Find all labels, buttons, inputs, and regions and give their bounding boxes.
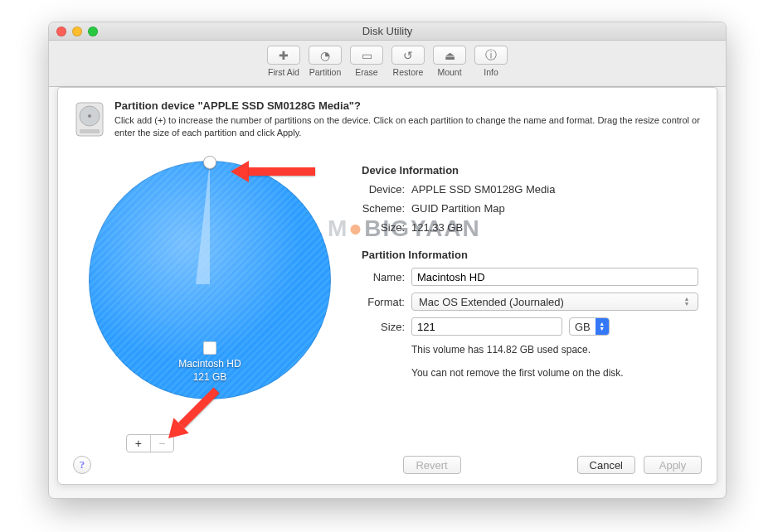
add-partition-button[interactable]: +	[127, 435, 150, 452]
size-unit-select[interactable]: GB ▲▼	[569, 317, 610, 336]
svg-point-2	[88, 114, 91, 118]
erase-label: Erase	[355, 67, 377, 77]
partition-name-label: Name:	[362, 271, 411, 283]
partition-slice-main[interactable]	[89, 161, 331, 399]
partition-size-label: Size:	[362, 321, 411, 333]
partition-name-input[interactable]	[411, 268, 698, 286]
partition-pie-chart[interactable]	[89, 161, 331, 399]
toolbar-group: ✚ First Aid ◔ Partition ▭ Erase ↺ Restor…	[263, 46, 512, 77]
sheet-footer: ? Revert Cancel Apply	[73, 456, 702, 474]
mount-label: Mount	[437, 67, 461, 77]
device-value: APPLE SSD SM0128G Media	[411, 183, 555, 196]
info-button[interactable]: ⓘ	[474, 46, 508, 65]
eraser-icon: ▭	[362, 49, 372, 62]
partition-slice-wedge	[196, 162, 210, 284]
minimize-icon[interactable]	[72, 27, 82, 36]
restore-button[interactable]: ↺	[391, 46, 425, 65]
sheet-header: Partition device "APPLE SSD SM0128G Medi…	[73, 99, 702, 139]
size-unit-value: GB	[570, 321, 596, 333]
restore-icon: ↺	[403, 49, 413, 62]
toolbar: ✚ First Aid ◔ Partition ▭ Erase ↺ Restor…	[49, 41, 726, 87]
partition-info-heading: Partition Information	[362, 249, 698, 261]
scheme-value: GUID Partition Map	[411, 202, 505, 215]
chevron-updown-icon: ▲▼	[596, 318, 609, 335]
first-aid-label: First Aid	[268, 67, 299, 77]
used-space-text: This volume has 114.82 GB used space.	[411, 344, 698, 355]
partition-label: Partition	[309, 67, 342, 77]
partition-format-label: Format:	[362, 296, 411, 308]
erase-button[interactable]: ▭	[350, 46, 383, 65]
partition-size-input[interactable]	[411, 317, 562, 336]
sheet-description: Click add (+) to increase the number of …	[114, 114, 702, 139]
cancel-button[interactable]: Cancel	[577, 456, 635, 474]
close-icon[interactable]	[56, 27, 66, 36]
revert-button[interactable]: Revert	[403, 456, 461, 474]
apply-button[interactable]: Apply	[644, 456, 702, 474]
partition-button[interactable]: ◔	[309, 46, 342, 65]
harddrive-icon	[73, 99, 106, 139]
window-title: Disk Utility	[49, 25, 726, 37]
chevron-updown-icon: ▲▼	[681, 294, 693, 309]
window-controls	[49, 27, 98, 36]
info-panel: Device Information Device: APPLE SSD SM0…	[347, 146, 702, 452]
remove-restriction-text: You can not remove the first volume on t…	[411, 367, 698, 379]
partition-sheet: Partition device "APPLE SSD SM0128G Medi…	[57, 87, 717, 485]
disk-utility-window: Disk Utility ✚ First Aid ◔ Partition ▭ E…	[48, 22, 727, 499]
partition-format-select[interactable]: Mac OS Extended (Journaled) ▲▼	[411, 293, 698, 311]
restore-label: Restore	[393, 67, 424, 77]
mount-button[interactable]: ⏏	[433, 46, 466, 65]
annotation-arrow-handle	[231, 161, 315, 182]
info-label: Info	[484, 67, 498, 77]
info-icon: ⓘ	[485, 48, 497, 63]
disk-size-value: 121.33 GB	[411, 221, 463, 234]
svg-rect-3	[80, 129, 100, 133]
first-aid-button[interactable]: ✚	[267, 46, 300, 65]
titlebar: Disk Utility	[49, 22, 726, 41]
disk-size-label: Size:	[362, 221, 411, 234]
mount-icon: ⏏	[445, 49, 455, 62]
partition-chart-area: Macintosh HD 121 GB + −	[73, 146, 347, 452]
partition-format-value: Mac OS Extended (Journaled)	[419, 296, 564, 308]
sheet-body: Macintosh HD 121 GB + − Device Informati…	[73, 146, 702, 452]
sheet-title: Partition device "APPLE SSD SM0128G Medi…	[114, 99, 702, 112]
resize-handle[interactable]	[203, 156, 216, 169]
scheme-label: Scheme:	[362, 202, 411, 215]
device-label: Device:	[362, 183, 411, 196]
help-button[interactable]: ?	[73, 456, 91, 474]
stethoscope-icon: ✚	[279, 49, 289, 62]
device-info-heading: Device Information	[362, 164, 698, 177]
pie-icon: ◔	[320, 49, 330, 62]
zoom-icon[interactable]	[88, 27, 98, 36]
